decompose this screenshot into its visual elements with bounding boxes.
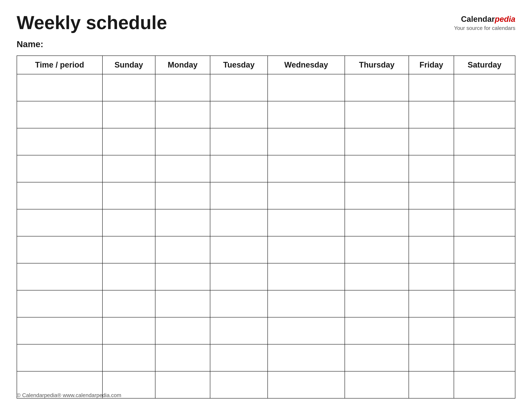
table-cell[interactable] — [409, 182, 454, 209]
table-cell[interactable] — [454, 128, 515, 155]
table-cell[interactable] — [17, 155, 102, 182]
table-cell[interactable] — [155, 155, 210, 182]
table-cell[interactable] — [102, 263, 155, 290]
table-cell[interactable] — [345, 182, 409, 209]
table-header-row: Time / period Sunday Monday Tuesday Wedn… — [17, 56, 515, 74]
table-cell[interactable] — [102, 317, 155, 344]
table-cell[interactable] — [210, 344, 268, 371]
table-cell[interactable] — [210, 290, 268, 317]
table-cell[interactable] — [210, 128, 268, 155]
table-cell[interactable] — [454, 155, 515, 182]
table-cell[interactable] — [454, 74, 515, 101]
table-cell[interactable] — [155, 317, 210, 344]
table-cell[interactable] — [409, 290, 454, 317]
table-cell[interactable] — [210, 182, 268, 209]
table-cell[interactable] — [102, 290, 155, 317]
footer-text: © Calendarpedia® www.calendarpedia.com — [17, 392, 121, 398]
table-cell[interactable] — [268, 263, 345, 290]
table-row — [17, 128, 515, 155]
table-cell[interactable] — [102, 128, 155, 155]
table-cell[interactable] — [102, 155, 155, 182]
table-cell[interactable] — [17, 344, 102, 371]
table-cell[interactable] — [409, 101, 454, 128]
table-cell[interactable] — [345, 263, 409, 290]
table-cell[interactable] — [409, 317, 454, 344]
table-cell[interactable] — [17, 236, 102, 263]
table-cell[interactable] — [409, 155, 454, 182]
table-cell[interactable] — [454, 263, 515, 290]
table-cell[interactable] — [17, 101, 102, 128]
table-cell[interactable] — [210, 209, 268, 236]
table-cell[interactable] — [268, 209, 345, 236]
table-cell[interactable] — [268, 290, 345, 317]
table-cell[interactable] — [155, 101, 210, 128]
table-cell[interactable] — [268, 74, 345, 101]
table-cell[interactable] — [268, 155, 345, 182]
table-cell[interactable] — [268, 371, 345, 398]
table-cell[interactable] — [345, 344, 409, 371]
table-cell[interactable] — [155, 74, 210, 101]
table-cell[interactable] — [102, 344, 155, 371]
table-cell[interactable] — [155, 344, 210, 371]
table-cell[interactable] — [345, 371, 409, 398]
table-cell[interactable] — [17, 290, 102, 317]
table-cell[interactable] — [210, 317, 268, 344]
table-cell[interactable] — [345, 317, 409, 344]
table-cell[interactable] — [102, 182, 155, 209]
table-cell[interactable] — [210, 371, 268, 398]
table-cell[interactable] — [409, 128, 454, 155]
table-cell[interactable] — [345, 74, 409, 101]
table-cell[interactable] — [210, 155, 268, 182]
table-cell[interactable] — [409, 344, 454, 371]
table-cell[interactable] — [17, 263, 102, 290]
table-cell[interactable] — [454, 236, 515, 263]
table-cell[interactable] — [155, 209, 210, 236]
table-cell[interactable] — [454, 371, 515, 398]
table-row — [17, 155, 515, 182]
table-cell[interactable] — [268, 182, 345, 209]
table-cell[interactable] — [409, 209, 454, 236]
table-cell[interactable] — [17, 182, 102, 209]
table-cell[interactable] — [454, 317, 515, 344]
table-cell[interactable] — [155, 182, 210, 209]
table-cell[interactable] — [17, 209, 102, 236]
table-cell[interactable] — [345, 128, 409, 155]
table-cell[interactable] — [409, 263, 454, 290]
table-cell[interactable] — [268, 128, 345, 155]
table-cell[interactable] — [409, 236, 454, 263]
table-cell[interactable] — [409, 371, 454, 398]
table-cell[interactable] — [454, 344, 515, 371]
col-time-period: Time / period — [17, 56, 102, 74]
table-cell[interactable] — [155, 236, 210, 263]
table-cell[interactable] — [454, 209, 515, 236]
table-cell[interactable] — [454, 290, 515, 317]
table-cell[interactable] — [345, 236, 409, 263]
table-cell[interactable] — [454, 182, 515, 209]
table-cell[interactable] — [210, 236, 268, 263]
table-cell[interactable] — [155, 290, 210, 317]
table-cell[interactable] — [102, 236, 155, 263]
table-cell[interactable] — [102, 101, 155, 128]
table-cell[interactable] — [155, 263, 210, 290]
table-cell[interactable] — [102, 74, 155, 101]
table-cell[interactable] — [210, 74, 268, 101]
table-cell[interactable] — [268, 317, 345, 344]
table-cell[interactable] — [17, 317, 102, 344]
table-cell[interactable] — [454, 101, 515, 128]
table-cell[interactable] — [345, 209, 409, 236]
table-cell[interactable] — [345, 155, 409, 182]
table-cell[interactable] — [345, 101, 409, 128]
table-cell[interactable] — [210, 263, 268, 290]
table-cell[interactable] — [345, 290, 409, 317]
table-cell[interactable] — [268, 101, 345, 128]
table-row — [17, 263, 515, 290]
table-cell[interactable] — [268, 236, 345, 263]
table-cell[interactable] — [155, 128, 210, 155]
table-cell[interactable] — [17, 128, 102, 155]
table-cell[interactable] — [155, 371, 210, 398]
table-cell[interactable] — [210, 101, 268, 128]
table-cell[interactable] — [102, 209, 155, 236]
table-cell[interactable] — [409, 74, 454, 101]
table-cell[interactable] — [268, 344, 345, 371]
table-cell[interactable] — [17, 74, 102, 101]
